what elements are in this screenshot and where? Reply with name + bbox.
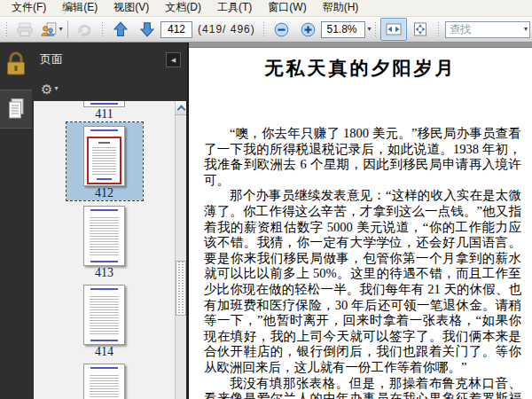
toolbar-grip[interactable] — [374, 21, 377, 37]
scrollbar-thumb[interactable] — [176, 261, 186, 316]
document-background — [189, 43, 532, 48]
toolbar-grip[interactable] — [262, 21, 265, 37]
menu-file[interactable]: 文件(F) — [4, 0, 54, 18]
caret-down-icon: ▾ — [54, 85, 58, 92]
review-cycle-icon — [76, 22, 93, 37]
zoom-in-button[interactable] — [294, 18, 321, 41]
lock-icon — [4, 51, 27, 77]
collapse-panel-button[interactable]: ◀ — [166, 52, 181, 67]
toolbar-grip[interactable] — [101, 21, 104, 37]
thumbnail-text-lines — [92, 147, 116, 176]
document-view: 无私天真的夕阳岁月 “噢，你去年只赚了 1800 美元。”移民局办事员查看了一下… — [189, 43, 532, 399]
document-text: “噢，你去年只赚了 1800 美元。”移民局办事员查看了一下我的所得税退税记录后… — [204, 126, 521, 399]
document-title: 无私天真的夕阳岁月 — [189, 56, 532, 81]
pages-icon — [7, 98, 26, 121]
print-icon — [16, 22, 34, 37]
page-thumbnail-415[interactable] — [83, 364, 125, 399]
gear-icon: ⚙ — [41, 82, 52, 96]
menu-edit[interactable]: 编辑(E) — [54, 0, 106, 18]
menu-view[interactable]: 视图(V) — [106, 0, 157, 18]
fit-page-button[interactable] — [407, 18, 434, 41]
thumbnail-scrollbar[interactable] — [175, 101, 186, 399]
navigation-pane-strip — [0, 43, 32, 399]
thumbnail-footer-rule — [90, 261, 118, 262]
panel-title: 页面 — [40, 51, 63, 67]
pages-panel-tab[interactable] — [0, 90, 32, 129]
arrow-up-icon — [113, 21, 129, 37]
arrow-down-icon — [139, 21, 155, 37]
thumbnail-title-line — [98, 142, 110, 144]
toolbar: ▾ (419/ 496) ▾ — [0, 17, 532, 43]
panel-options-button[interactable]: ⚙ ▾ — [38, 79, 60, 98]
thumbnail-list: 411 412 — [34, 101, 186, 399]
zoom-in-icon — [301, 22, 316, 37]
page-thumbnail-412-selected[interactable]: 412 — [66, 122, 143, 200]
share-collaborate-icon — [41, 21, 58, 38]
thumbnail-text-lines — [90, 375, 119, 399]
content-area: 页面 ◀ ⚙ ▾ 411 — [0, 43, 532, 399]
panel-options-row: ⚙ ▾ — [32, 76, 187, 101]
fit-width-button[interactable] — [380, 18, 407, 41]
scroll-up-button[interactable] — [176, 101, 186, 115]
current-view-indicator[interactable] — [87, 137, 121, 184]
menu-help[interactable]: 帮助(H) — [315, 0, 367, 18]
thumbnail-header-rule — [90, 129, 118, 131]
page-number-input[interactable] — [160, 21, 192, 38]
search-dropdown-caret[interactable]: ▾ — [524, 26, 528, 33]
thumbnail-text-lines — [90, 217, 119, 257]
page-thumbnail-411[interactable] — [83, 101, 125, 107]
menu-tools[interactable]: 工具(T) — [209, 0, 260, 18]
page-count-label: (419/ 496) — [198, 23, 255, 35]
toolbar-separator — [67, 20, 68, 38]
security-lock-button[interactable] — [3, 49, 29, 79]
thumbnail-footer-rule — [97, 178, 112, 180]
page-thumbnail-414[interactable] — [83, 285, 125, 345]
pages-panel-header: 页面 ◀ — [32, 43, 187, 76]
toolbar-grip[interactable] — [437, 21, 440, 37]
fit-page-icon — [412, 22, 428, 36]
toolbar-grip[interactable] — [5, 21, 8, 37]
thumbnail-label: 414 — [34, 345, 175, 358]
search-input[interactable] — [446, 23, 522, 35]
document-paragraph: “噢，你去年只赚了 1800 美元。”移民局办事员查看了一下我的所得税退税记录后… — [204, 126, 521, 188]
zoom-out-button[interactable] — [268, 18, 294, 41]
chevron-up-icon — [176, 105, 185, 113]
page-thumbnail[interactable] — [83, 126, 125, 186]
menu-bar: 文件(F) 编辑(E) 视图(V) 文档(D) 工具(T) 窗口(W) 帮助(H… — [0, 0, 532, 17]
caret-down-icon: ▾ — [59, 26, 62, 33]
previous-page-button[interactable] — [107, 18, 134, 41]
menu-document[interactable]: 文档(D) — [157, 0, 209, 18]
thumbnail-header-rule — [90, 367, 118, 369]
share-collaborate-button[interactable]: ▾ — [38, 18, 66, 41]
page-thumbnail-413[interactable] — [83, 206, 125, 266]
print-button[interactable] — [12, 18, 38, 41]
document-page[interactable]: 无私天真的夕阳岁月 “噢，你去年只赚了 1800 美元。”移民局办事员查看了一下… — [189, 56, 532, 399]
menu-window[interactable]: 窗口(W) — [260, 0, 314, 18]
thumbnail-text-lines — [90, 296, 119, 336]
zoom-level-input[interactable] — [321, 21, 365, 38]
document-paragraph: 我没有填那张表格。但是，那操着布鲁克林口音、看来像是爱尔兰人的中年办事员在我心里… — [204, 376, 521, 399]
find-box: ▾ — [445, 21, 530, 38]
zoom-out-icon — [274, 22, 289, 37]
next-page-button[interactable] — [134, 18, 160, 41]
thumbnail-footer-rule — [90, 103, 118, 105]
fit-width-icon — [386, 22, 402, 36]
document-paragraph: 那个办事员继续发表意见：“这样的收入实在是太微薄了。你工作得这么辛苦，才拿到这么… — [204, 188, 521, 375]
zoom-dropdown-caret[interactable]: ▾ — [367, 26, 371, 33]
thumbnail-label: 413 — [34, 266, 175, 279]
pages-panel: 页面 ◀ ⚙ ▾ 411 — [32, 43, 189, 399]
thumbnail-label: 411 — [34, 107, 175, 121]
send-for-review-button[interactable] — [71, 18, 98, 41]
thumbnail-footer-rule — [90, 340, 118, 341]
thumbnail-label: 412 — [66, 186, 143, 200]
thumbnail-header-rule — [90, 209, 118, 211]
thumbnail-header-rule — [90, 288, 118, 290]
